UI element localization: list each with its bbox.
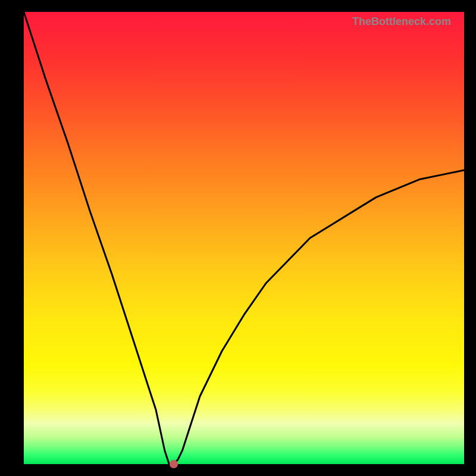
- watermark-text: TheBottleneck.com: [352, 15, 451, 28]
- chart-container: TheBottleneck.com: [0, 0, 476, 476]
- minimum-marker: [170, 460, 178, 468]
- curve-svg: [24, 12, 464, 464]
- plot-area: TheBottleneck.com: [24, 12, 464, 464]
- bottleneck-curve: [24, 12, 464, 464]
